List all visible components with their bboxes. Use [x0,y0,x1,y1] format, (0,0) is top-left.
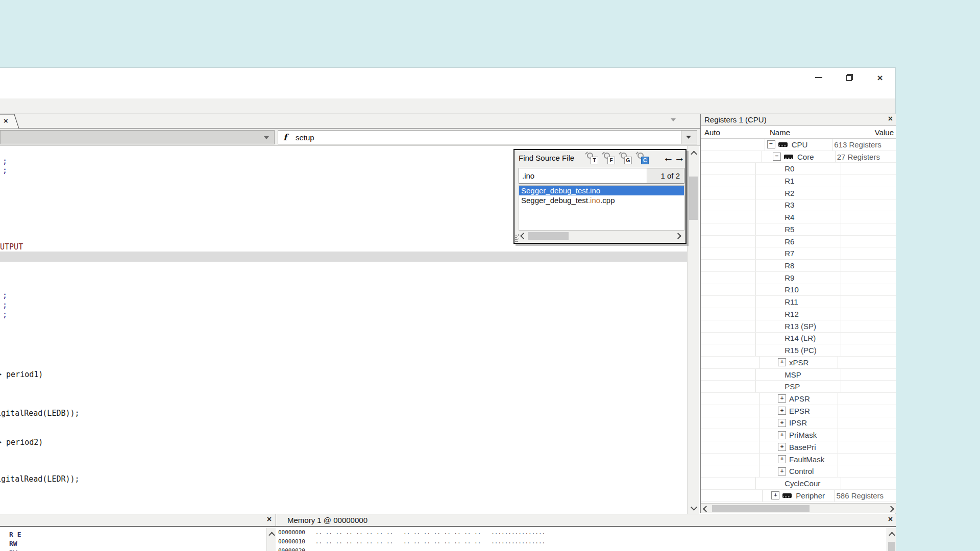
collapse-icon[interactable]: − [767,140,775,148]
minimize-button[interactable] [807,68,830,87]
expand-icon[interactable]: + [778,443,786,451]
register-row[interactable]: +PriMask [701,429,896,441]
search-results-list[interactable]: Segger_debug_test.inoSegger_debug_test.i… [519,185,684,231]
editor-tab[interactable]: × [0,114,20,129]
collapse-icon[interactable]: − [773,153,781,161]
register-name-cell: R9 [756,272,841,284]
register-row[interactable]: +IPSR [701,417,896,430]
scroll-up-button[interactable] [888,530,896,538]
register-row[interactable]: +xPSR [701,357,896,369]
close-button[interactable]: × [869,68,891,87]
register-row[interactable]: MSP [701,369,896,381]
restore-button[interactable] [838,68,861,87]
scroll-down-button[interactable] [690,503,698,511]
expand-icon[interactable]: + [778,455,786,463]
register-row[interactable]: R6 [701,236,896,248]
expand-icon[interactable]: + [771,491,779,499]
register-row[interactable]: R1 [701,175,896,187]
register-row[interactable]: +BasePri [701,441,896,454]
register-row[interactable]: R4 [701,211,896,223]
scroll-left-button[interactable] [702,505,710,513]
register-row[interactable]: R15 (PC) [701,344,896,357]
scrollbar-thumb[interactable] [689,177,698,220]
register-row[interactable]: R14 (LR) [701,333,896,345]
column-header-name[interactable]: Name [770,128,790,137]
search-filter-g-icon[interactable]: G [620,152,632,164]
registers-panel-titlebar: Registers 1 (CPU) × [701,114,896,126]
console-vertical-scrollbar[interactable] [266,528,276,551]
search-filter-c-icon[interactable]: C [636,152,649,164]
register-row[interactable]: +Peripher586 Registers [701,490,896,502]
register-name: R11 [785,297,798,306]
register-name: R1 [785,177,794,185]
search-result-item[interactable]: Segger_debug_test.ino.cpp [519,195,684,205]
console-panel-content[interactable]: R ERWRW [0,528,266,551]
search-filter-f-icon[interactable]: F [603,152,615,164]
register-row[interactable]: R9 [701,272,896,284]
register-row[interactable]: +Control [701,465,896,478]
register-name-cell: R4 [756,211,841,223]
register-row[interactable]: PSP [701,381,896,393]
scroll-left-button[interactable] [520,232,527,239]
memory-panel-content[interactable]: 00000000 .. .. .. .. .. .. .. .. .. .. .… [277,528,887,551]
memory-vertical-scrollbar[interactable] [887,528,896,551]
dialog-horizontal-scrollbar[interactable] [516,231,684,242]
editor-vertical-scrollbar[interactable] [687,146,699,514]
forward-button[interactable]: → [674,151,685,164]
expand-icon[interactable]: + [778,407,786,415]
function-combo[interactable]: f setup [278,130,697,144]
function-combo-dropdown[interactable] [681,131,697,144]
file-combo[interactable] [0,130,275,144]
register-row[interactable]: R7 [701,247,896,260]
back-button[interactable]: ← [663,151,674,164]
register-row[interactable]: R10 [701,284,896,296]
expand-icon[interactable]: + [778,467,786,475]
scrollbar-thumb[interactable] [712,505,810,512]
registers-close-icon[interactable]: × [888,115,893,123]
registers-horizontal-scrollbar[interactable] [701,503,896,513]
expand-icon[interactable]: + [778,431,786,439]
register-row[interactable]: R0 [701,163,896,175]
expand-icon[interactable]: + [778,419,786,427]
resize-grip[interactable] [515,234,519,242]
tab-list-dropdown-icon[interactable] [671,118,676,121]
register-row[interactable]: R13 (SP) [701,320,896,333]
scrollbar-thumb[interactable] [888,542,895,551]
register-row[interactable]: −Core27 Registers [701,151,896,163]
register-row[interactable]: R3 [701,199,896,212]
combo-row: f setup [0,129,700,146]
scroll-right-button[interactable] [887,505,895,513]
search-result-item[interactable]: Segger_debug_test.ino [519,186,684,195]
memory-close-icon[interactable]: × [888,515,893,523]
register-row[interactable]: R5 [701,223,896,236]
tab-close-icon[interactable]: × [4,116,8,125]
register-row[interactable]: +FaultMask [701,454,896,466]
register-auto-cell [701,369,756,381]
register-row[interactable]: −CPU613 Registers [701,139,896,151]
register-row[interactable]: R2 [701,187,896,199]
register-name-cell: MSP [756,369,841,381]
register-row[interactable]: CycleCour [701,478,896,490]
scroll-up-button[interactable] [267,530,276,538]
result-suffix: .cpp [600,196,615,205]
console-close-icon[interactable]: × [267,515,272,523]
search-input[interactable]: .ino 1 of 2 [519,168,684,184]
scroll-up-button[interactable] [690,149,698,157]
register-row[interactable]: +EPSR [701,405,896,417]
register-row[interactable]: R11 [701,296,896,308]
scrollbar-thumb[interactable] [528,232,569,240]
register-name: PSP [785,382,800,391]
scroll-right-button[interactable] [674,232,681,239]
registers-table[interactable]: −CPU613 Registers−Core27 RegistersR0R1R2… [701,139,896,503]
expand-icon[interactable]: + [778,358,786,366]
register-row[interactable]: R8 [701,260,896,272]
column-header-value[interactable]: Value [875,128,894,137]
search-filter-t-icon[interactable]: T [586,152,598,164]
register-row[interactable]: R12 [701,308,896,320]
register-row[interactable]: +APSR [701,393,896,405]
expand-icon[interactable]: + [778,394,786,403]
register-name: R6 [785,237,794,246]
register-name-cell: R14 (LR) [756,333,841,344]
column-header-auto[interactable]: Auto [704,128,720,137]
register-name-cell: R3 [756,199,841,211]
